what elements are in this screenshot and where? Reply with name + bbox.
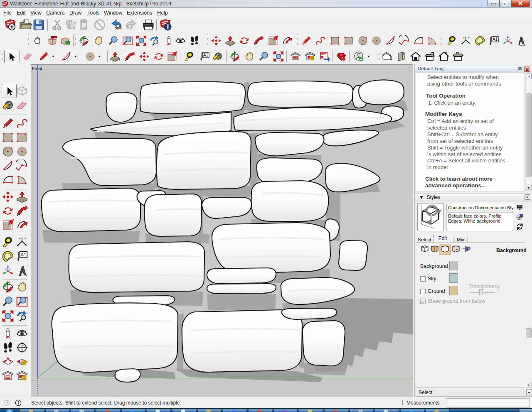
svg-text:C: C bbox=[23, 344, 25, 347]
svg-text:A1: A1 bbox=[203, 53, 209, 57]
svg-text:A1: A1 bbox=[21, 252, 27, 257]
svg-text:A1: A1 bbox=[493, 37, 498, 42]
